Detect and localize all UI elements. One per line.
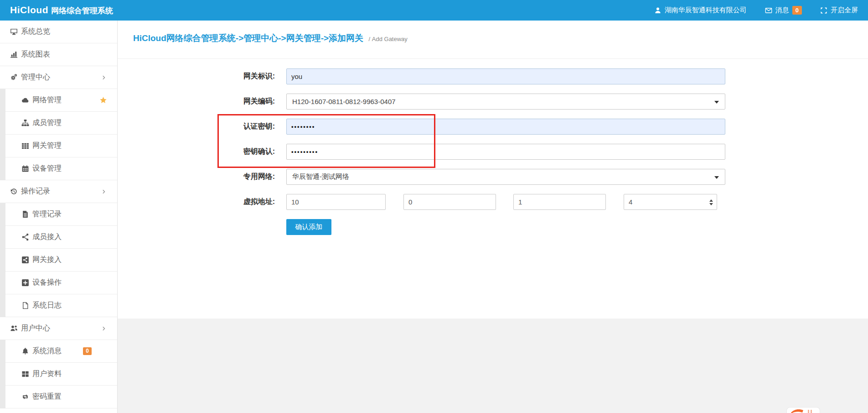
fullscreen-label: 开启全屏 bbox=[831, 6, 858, 15]
history-icon bbox=[10, 188, 18, 195]
company-name: 湖南华辰智通科技有限公司 bbox=[665, 6, 747, 15]
sidebar-item-network-management[interactable]: 网络管理 bbox=[0, 89, 117, 112]
sidebar-item-label: 网络管理 bbox=[32, 95, 62, 105]
add-gateway-form: 网关标识: 网关编码: H120-1607-0811-0812-9963-040… bbox=[118, 59, 868, 235]
floating-widget[interactable] bbox=[786, 407, 820, 413]
sidebar-item-password-reset[interactable]: 密码重置 bbox=[0, 386, 117, 408]
gears-icon bbox=[10, 73, 18, 81]
widget-logo-icon bbox=[787, 408, 820, 413]
sidebar-item-operation-records[interactable]: 操作记录 bbox=[0, 180, 117, 203]
cloud-icon bbox=[21, 96, 29, 104]
private-network-label: 专用网络: bbox=[118, 172, 275, 182]
virtual-address-octet-4[interactable] bbox=[624, 194, 717, 210]
sidebar-item-label: 密码重置 bbox=[32, 392, 62, 402]
number-stepper[interactable] bbox=[708, 197, 714, 208]
gateway-id-input[interactable] bbox=[286, 68, 725, 84]
grid-icon bbox=[21, 142, 29, 150]
share-icon bbox=[21, 233, 29, 241]
sidebar-item-label: 用户中心 bbox=[21, 324, 50, 333]
file-text-icon bbox=[21, 210, 29, 218]
sidebar-item-member-access[interactable]: 成员接入 bbox=[0, 226, 117, 249]
messages-label: 消息 bbox=[775, 6, 789, 15]
messages-menu[interactable]: 消息 0 bbox=[765, 6, 802, 15]
sidebar: 系统总览 系统图表 管理中心 网络管理 成员管理 网关管理 设备管理 操作记录 … bbox=[0, 21, 118, 413]
gateway-code-label: 网关编码: bbox=[118, 97, 275, 106]
users-icon bbox=[10, 324, 18, 332]
envelope-icon bbox=[765, 7, 772, 14]
user-icon bbox=[654, 7, 661, 14]
form-row-submit: 确认添加 bbox=[118, 219, 868, 235]
virtual-address-label: 虚拟地址: bbox=[118, 197, 275, 207]
form-row-virtual-address: 虚拟地址: bbox=[118, 194, 868, 210]
sidebar-item-system-logs[interactable]: 系统日志 bbox=[0, 294, 117, 317]
key-confirm-input[interactable] bbox=[286, 144, 725, 160]
auth-key-label: 认证密钥: bbox=[118, 122, 275, 131]
sidebar-item-label: 系统总览 bbox=[21, 27, 50, 37]
retweet-icon bbox=[21, 393, 29, 401]
calendar-icon bbox=[21, 165, 29, 173]
stepper-up-icon[interactable] bbox=[709, 199, 713, 202]
sidebar-item-label: 设备操作 bbox=[32, 278, 62, 288]
confirm-add-button[interactable]: 确认添加 bbox=[286, 219, 331, 235]
chevron-right-icon bbox=[101, 189, 106, 194]
virtual-address-octet-2[interactable] bbox=[403, 194, 496, 210]
chevron-right-icon bbox=[101, 326, 106, 331]
auth-key-input[interactable] bbox=[286, 119, 725, 135]
sidebar-item-device-management[interactable]: 设备管理 bbox=[0, 157, 117, 180]
desktop-icon bbox=[10, 28, 18, 36]
sidebar-item-label: 系统图表 bbox=[21, 50, 50, 59]
brand-name: HiCloud bbox=[10, 5, 48, 16]
sidebar-item-label: 成员管理 bbox=[32, 118, 62, 128]
sitemap-icon bbox=[21, 119, 29, 127]
gateway-code-value: H120-1607-0811-0812-9963-0407 bbox=[292, 98, 396, 105]
sidebar-item-member-management[interactable]: 成员管理 bbox=[0, 112, 117, 135]
favorite-star-icon bbox=[99, 96, 107, 104]
messages-count-badge: 0 bbox=[792, 6, 802, 15]
sidebar-item-management-center[interactable]: 管理中心 bbox=[0, 66, 117, 89]
virtual-address-octet-3[interactable] bbox=[513, 194, 606, 210]
sidebar-item-label: 网关管理 bbox=[32, 141, 62, 151]
navbar-right-menu: 湖南华辰智通科技有限公司 消息 0 开启全屏 bbox=[654, 6, 868, 15]
sidebar-item-label: 用户资料 bbox=[32, 369, 62, 379]
share-square-icon bbox=[21, 256, 29, 264]
main-content: HiCloud网络综合管理系统->管理中心->网关管理->添加网关 / Add … bbox=[118, 21, 868, 319]
sidebar-item-device-operations[interactable]: 设备操作 bbox=[0, 272, 117, 294]
sidebar-item-gateway-access[interactable]: 网关接入 bbox=[0, 249, 117, 272]
sidebar-item-user-center[interactable]: 用户中心 bbox=[0, 317, 117, 340]
stepper-down-icon[interactable] bbox=[709, 203, 713, 205]
sidebar-item-label: 系统日志 bbox=[32, 301, 62, 310]
private-network-select[interactable]: 华辰智通-测试网络 bbox=[286, 169, 725, 185]
bell-icon bbox=[21, 347, 29, 355]
breadcrumb-subtitle: / Add Gateway bbox=[369, 36, 408, 42]
brand-subtitle: 网络综合管理系统 bbox=[51, 5, 113, 16]
th-large-icon bbox=[21, 370, 29, 378]
key-confirm-label: 密钥确认: bbox=[118, 147, 275, 157]
sidebar-item-system-overview[interactable]: 系统总览 bbox=[0, 21, 117, 43]
app-logo[interactable]: HiCloud 网络综合管理系统 bbox=[0, 5, 113, 16]
gateway-code-select[interactable]: H120-1607-0811-0812-9963-0407 bbox=[286, 94, 725, 110]
page-background bbox=[118, 319, 868, 413]
form-row-private-network: 专用网络: 华辰智通-测试网络 bbox=[118, 169, 868, 185]
private-network-value: 华辰智通-测试网络 bbox=[292, 173, 349, 181]
sidebar-item-label: 管理中心 bbox=[21, 73, 50, 82]
virtual-address-octet-1[interactable] bbox=[286, 194, 386, 210]
unread-count-badge: 0 bbox=[83, 347, 92, 355]
breadcrumb: HiCloud网络综合管理系统->管理中心->网关管理->添加网关 bbox=[133, 33, 363, 43]
fullscreen-toggle[interactable]: 开启全屏 bbox=[820, 6, 858, 15]
bar-chart-icon bbox=[10, 51, 18, 58]
file-icon bbox=[21, 302, 29, 309]
sidebar-item-gateway-management[interactable]: 网关管理 bbox=[0, 135, 117, 157]
page-header: HiCloud网络综合管理系统->管理中心->网关管理->添加网关 / Add … bbox=[118, 21, 868, 59]
sidebar-item-user-profile[interactable]: 用户资料 bbox=[0, 363, 117, 386]
sidebar-item-label: 管理记录 bbox=[32, 209, 62, 219]
caret-down-icon bbox=[714, 176, 719, 179]
sidebar-item-system-messages[interactable]: 系统消息 0 bbox=[0, 340, 117, 363]
form-row-key-confirm: 密钥确认: bbox=[118, 144, 868, 160]
sidebar-item-management-records[interactable]: 管理记录 bbox=[0, 203, 117, 226]
sidebar-item-system-charts[interactable]: 系统图表 bbox=[0, 43, 117, 66]
fullscreen-icon bbox=[820, 7, 827, 14]
sidebar-item-label: 操作记录 bbox=[21, 187, 50, 196]
sidebar-item-label: 设备管理 bbox=[32, 164, 62, 173]
company-menu[interactable]: 湖南华辰智通科技有限公司 bbox=[654, 6, 747, 15]
gateway-id-label: 网关标识: bbox=[118, 72, 275, 81]
